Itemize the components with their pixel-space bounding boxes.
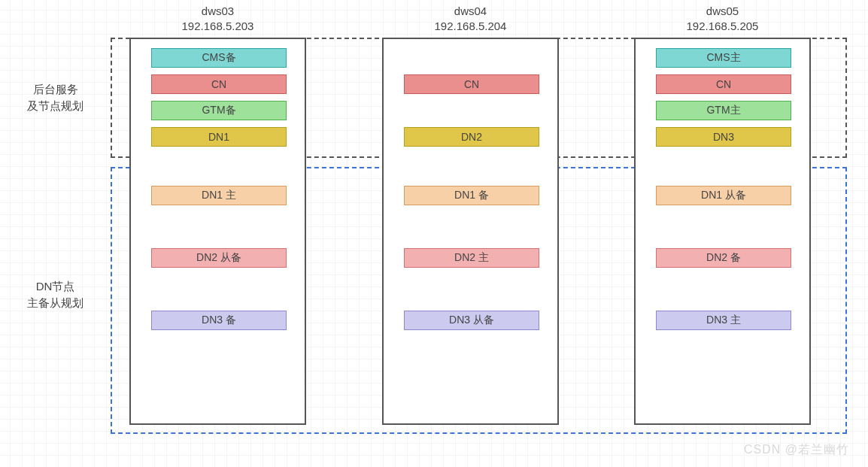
- dn3-role-box: DN3 从备: [404, 311, 539, 330]
- host-column-1: CN DN2 DN1 备 DN2 主 DN3 从备: [382, 38, 559, 425]
- dn1-role-box: DN1 从备: [656, 186, 791, 205]
- host-header-1: dws04 192.168.5.204: [382, 4, 559, 34]
- host-column-2: CMS主 CN GTM主 DN3 DN1 从备 DN2 备 DN3 主: [634, 38, 811, 425]
- gtm-box: GTM备: [151, 101, 287, 120]
- group-dn-roles-label-line2: 主备从规划: [27, 296, 83, 309]
- group-dn-roles-label: DN节点 主备从规划: [9, 278, 102, 311]
- watermark-text: CSDN @若兰幽竹: [744, 442, 849, 458]
- host-header-2: dws05 192.168.5.205: [634, 4, 811, 34]
- host-name-1: dws04: [454, 5, 487, 17]
- cn-box: CN: [151, 74, 287, 94]
- dn2-role-box: DN2 主: [404, 248, 539, 268]
- group-services-label-line2: 及节点规划: [27, 99, 83, 112]
- dn-box: DN1: [151, 127, 287, 147]
- dn2-role-box: DN2 从备: [151, 248, 287, 268]
- dn1-role-box: DN1 备: [404, 186, 539, 205]
- host-ip-2: 192.168.5.205: [687, 20, 759, 32]
- cn-box: CN: [656, 74, 791, 94]
- dn3-role-box: DN3 主: [656, 311, 791, 330]
- gtm-box: GTM主: [656, 101, 791, 120]
- dn-box: DN2: [404, 127, 539, 147]
- cms-box: CMS主: [656, 48, 791, 68]
- dn3-role-box: DN3 备: [151, 311, 287, 330]
- host-ip-0: 192.168.5.203: [182, 20, 254, 32]
- diagram-canvas: dws03 192.168.5.203 dws04 192.168.5.204 …: [0, 0, 868, 467]
- host-name-0: dws03: [202, 5, 234, 17]
- host-name-2: dws05: [706, 5, 739, 17]
- dn2-role-box: DN2 备: [656, 248, 791, 268]
- group-dn-roles-label-line1: DN节点: [36, 280, 75, 293]
- host-column-0: CMS备 CN GTM备 DN1 DN1 主 DN2 从备 DN3 备: [129, 38, 306, 425]
- group-services-label-line1: 后台服务: [33, 83, 78, 96]
- host-header-0: dws03 192.168.5.203: [129, 4, 306, 34]
- dn-box: DN3: [656, 127, 791, 147]
- group-services-label: 后台服务 及节点规划: [9, 81, 102, 114]
- cn-box: CN: [404, 74, 539, 94]
- dn1-role-box: DN1 主: [151, 186, 287, 205]
- host-ip-1: 192.168.5.204: [435, 20, 507, 32]
- cms-box: CMS备: [151, 48, 287, 68]
